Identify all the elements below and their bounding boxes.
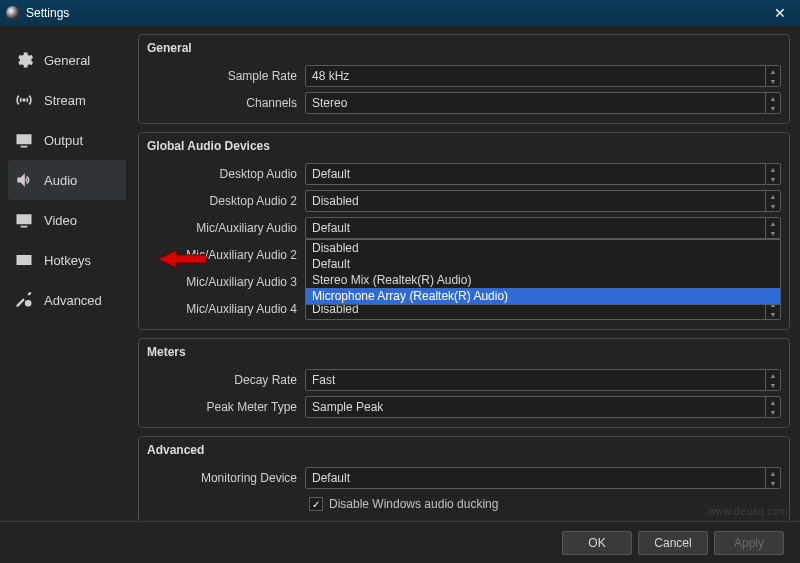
footer: OK Cancel Apply xyxy=(0,521,800,563)
spinner-icon: ▲▼ xyxy=(765,370,780,390)
ducking-checkbox[interactable]: ✓ xyxy=(309,497,323,511)
channels-select[interactable]: Stereo▲▼ xyxy=(305,92,781,114)
peak-meter-select[interactable]: Sample Peak▲▼ xyxy=(305,396,781,418)
gear-icon xyxy=(14,50,34,70)
content-area: General Sample Rate 48 kHz▲▼ Channels St… xyxy=(134,26,800,521)
desktop-audio-select[interactable]: Default▲▼ xyxy=(305,163,781,185)
mic-audio-dropdown[interactable]: Disabled Default Stereo Mix (Realtek(R) … xyxy=(305,239,781,305)
monitoring-device-label: Monitoring Device xyxy=(139,471,305,485)
keyboard-icon xyxy=(14,250,34,270)
sidebar-label: Hotkeys xyxy=(44,253,91,268)
close-icon: ✕ xyxy=(774,5,786,21)
mic-audio-3-label: Mic/Auxiliary Audio 3 xyxy=(139,275,305,289)
titlebar: Settings ✕ xyxy=(0,0,800,26)
sidebar-item-advanced[interactable]: Advanced xyxy=(8,280,126,320)
output-icon xyxy=(14,130,34,150)
monitoring-device-select[interactable]: Default▲▼ xyxy=(305,467,781,489)
section-title: Advanced xyxy=(139,437,789,465)
dropdown-option[interactable]: Stereo Mix (Realtek(R) Audio) xyxy=(306,272,780,288)
sidebar-label: Audio xyxy=(44,173,77,188)
spinner-icon: ▲▼ xyxy=(765,164,780,184)
ok-button[interactable]: OK xyxy=(562,531,632,555)
spinner-icon: ▲▼ xyxy=(765,218,780,238)
cancel-button[interactable]: Cancel xyxy=(638,531,708,555)
sidebar-item-output[interactable]: Output xyxy=(8,120,126,160)
close-button[interactable]: ✕ xyxy=(760,0,800,26)
desktop-audio-label: Desktop Audio xyxy=(139,167,305,181)
section-title: Meters xyxy=(139,339,789,367)
section-meters: Meters Decay Rate Fast▲▼ Peak Meter Type… xyxy=(138,338,790,428)
sidebar-item-general[interactable]: General xyxy=(8,40,126,80)
app-icon xyxy=(6,6,20,20)
desktop-audio-2-select[interactable]: Disabled▲▼ xyxy=(305,190,781,212)
sidebar-label: General xyxy=(44,53,90,68)
sidebar-item-hotkeys[interactable]: Hotkeys xyxy=(8,240,126,280)
sidebar-label: Advanced xyxy=(44,293,102,308)
spinner-icon: ▲▼ xyxy=(765,93,780,113)
svg-marker-0 xyxy=(158,250,206,268)
section-global-audio: Global Audio Devices Desktop Audio Defau… xyxy=(138,132,790,330)
spinner-icon: ▲▼ xyxy=(765,468,780,488)
dropdown-option-highlighted[interactable]: Microphone Array (Realtek(R) Audio) xyxy=(306,288,780,304)
spinner-icon: ▲▼ xyxy=(765,66,780,86)
section-title: General xyxy=(139,35,789,63)
video-icon xyxy=(14,210,34,230)
sidebar-label: Stream xyxy=(44,93,86,108)
apply-button[interactable]: Apply xyxy=(714,531,784,555)
tools-icon xyxy=(14,290,34,310)
spinner-icon: ▲▼ xyxy=(765,397,780,417)
dropdown-option[interactable]: Disabled xyxy=(306,240,780,256)
sidebar-item-stream[interactable]: Stream xyxy=(8,80,126,120)
sidebar-item-audio[interactable]: Audio xyxy=(8,160,126,200)
sample-rate-label: Sample Rate xyxy=(139,69,305,83)
mic-audio-4-label: Mic/Auxiliary Audio 4 xyxy=(139,302,305,316)
peak-meter-label: Peak Meter Type xyxy=(139,400,305,414)
ducking-label: Disable Windows audio ducking xyxy=(329,497,498,511)
mic-audio-label: Mic/Auxiliary Audio xyxy=(139,221,305,235)
stream-icon xyxy=(14,90,34,110)
sidebar-label: Output xyxy=(44,133,83,148)
watermark: www.deuaq.com xyxy=(708,506,788,517)
sample-rate-select[interactable]: 48 kHz▲▼ xyxy=(305,65,781,87)
check-icon: ✓ xyxy=(312,499,320,510)
channels-label: Channels xyxy=(139,96,305,110)
annotation-arrow-icon xyxy=(158,248,206,273)
decay-rate-label: Decay Rate xyxy=(139,373,305,387)
mic-audio-select[interactable]: Default▲▼ xyxy=(305,217,781,239)
section-advanced: Advanced Monitoring Device Default▲▼ ✓ D… xyxy=(138,436,790,521)
sidebar: General Stream Output Audio Video Hotkey… xyxy=(0,26,134,521)
dropdown-option[interactable]: Default xyxy=(306,256,780,272)
section-general: General Sample Rate 48 kHz▲▼ Channels St… xyxy=(138,34,790,124)
spinner-icon: ▲▼ xyxy=(765,191,780,211)
decay-rate-select[interactable]: Fast▲▼ xyxy=(305,369,781,391)
window-title: Settings xyxy=(26,6,69,20)
sidebar-label: Video xyxy=(44,213,77,228)
desktop-audio-2-label: Desktop Audio 2 xyxy=(139,194,305,208)
sidebar-item-video[interactable]: Video xyxy=(8,200,126,240)
audio-icon xyxy=(14,170,34,190)
section-title: Global Audio Devices xyxy=(139,133,789,161)
